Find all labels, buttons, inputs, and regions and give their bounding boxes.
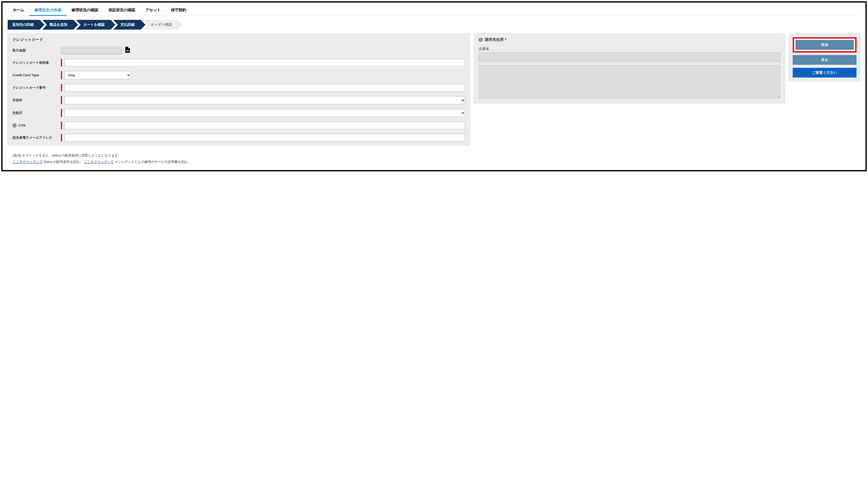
footer-link-service[interactable]: ここをクリックして xyxy=(84,160,114,164)
app-frame: ホーム 修理注文の作成 修理状況の確認 保証状況の確認 アセット 保守契約 返却… xyxy=(1,1,867,171)
label-email: 担当者電子メールアドレス xyxy=(12,136,61,140)
submit-button[interactable]: 送信 xyxy=(795,40,854,50)
tab-assets[interactable]: アセット xyxy=(140,5,166,16)
note-button[interactable]: ご留意ください xyxy=(793,68,857,78)
step-payment-details[interactable]: 支払詳細 xyxy=(113,20,141,30)
step-return-details[interactable]: 返却先の詳細 xyxy=(8,20,40,30)
select-exp-month[interactable] xyxy=(65,109,465,117)
step-add-product[interactable]: 製品を追加 xyxy=(42,20,74,30)
step-check-cart[interactable]: カートを確認 xyxy=(76,20,111,30)
footer-consent-text: [送信] をクリックすると、Zebra の販売条件に同意したことになります。 こ… xyxy=(8,152,860,165)
label-card-number: クレジットカード番号 xyxy=(12,86,61,90)
row-card-number: クレジットカード番号 xyxy=(12,84,465,92)
step-order-confirm: オーダー確認 xyxy=(143,20,178,30)
input-holder[interactable] xyxy=(65,59,465,67)
row-amount: 取引金額 xyxy=(12,47,465,54)
row-exp-month: 失効月 xyxy=(12,109,465,117)
select-exp-year[interactable] xyxy=(65,96,465,104)
tab-home[interactable]: ホーム xyxy=(8,5,29,16)
label-exp-year: 失効年 xyxy=(12,98,61,102)
footer-line2: ここをクリックして Zebra の販売条件を読む。 ここをクリックして インシデ… xyxy=(13,159,860,165)
cvn-text: CVN xyxy=(19,123,25,127)
info-icon[interactable]: i xyxy=(12,123,16,127)
main-content-row: クレジットカード 取引金額 クレジットカード保持者 Credit C xyxy=(8,33,860,145)
select-card-type[interactable]: Visa xyxy=(65,71,131,79)
document-icon[interactable] xyxy=(125,47,130,54)
submit-highlight: 送信 xyxy=(793,37,857,53)
tab-warranty-status[interactable]: 保証状況の確認 xyxy=(103,5,140,16)
billing-title-row: i 請求先住所 * xyxy=(479,37,780,42)
row-holder: クレジットカード保持者 xyxy=(12,59,465,67)
input-company xyxy=(479,53,780,62)
footer-text-2b: インシデントごとの修理のサービス説明書を読む。 xyxy=(114,160,191,164)
footer-text-2a: Zebra の販売条件を読む。 xyxy=(43,160,84,164)
textarea-billing-address xyxy=(479,65,780,99)
nav-tabs: ホーム 修理注文の作成 修理状況の確認 保証状況の確認 アセット 保守契約 xyxy=(8,5,860,16)
actions-panel: 送信 戻る ご留意ください xyxy=(789,33,860,81)
credit-card-panel: クレジットカード 取引金額 クレジットカード保持者 Credit C xyxy=(8,33,470,145)
required-bar xyxy=(61,59,62,67)
row-cvn: i CVN xyxy=(12,122,465,129)
tab-contracts[interactable]: 保守契約 xyxy=(166,5,191,16)
label-company: 企業名 xyxy=(479,47,780,51)
progress-steps: 返却先の詳細 製品を追加 カートを確認 支払詳細 オーダー確認 xyxy=(8,20,860,30)
required-bar xyxy=(61,96,62,104)
info-icon[interactable]: i xyxy=(479,38,483,42)
billing-address-panel: i 請求先住所 * 企業名 xyxy=(474,33,785,103)
required-bar xyxy=(61,109,62,117)
row-email: 担当者電子メールアドレス xyxy=(12,134,465,141)
required-star: * xyxy=(505,37,507,42)
footer-link-terms[interactable]: ここをクリックして xyxy=(13,160,43,164)
label-amount: 取引金額 xyxy=(12,48,61,53)
row-exp-year: 失効年 xyxy=(12,96,465,104)
footer-line1: [送信] をクリックすると、Zebra の販売条件に同意したことになります。 xyxy=(13,152,860,159)
label-holder: クレジットカード保持者 xyxy=(12,61,61,65)
input-email[interactable] xyxy=(65,134,465,141)
row-card-type: Credit Card Type Visa xyxy=(12,71,465,79)
tab-create-repair[interactable]: 修理注文の作成 xyxy=(29,5,66,16)
label-exp-month: 失効月 xyxy=(12,111,61,115)
input-cvn[interactable] xyxy=(65,122,465,129)
svg-rect-0 xyxy=(126,50,129,51)
required-bar xyxy=(61,84,62,92)
label-cvn: i CVN xyxy=(12,123,61,128)
required-bar xyxy=(61,122,62,129)
required-bar xyxy=(61,134,62,141)
input-card-number[interactable] xyxy=(65,84,465,92)
input-amount xyxy=(61,47,122,54)
label-card-type: Credit Card Type xyxy=(12,73,61,78)
billing-title: 請求先住所 xyxy=(485,37,504,42)
svg-rect-1 xyxy=(126,51,129,52)
back-button[interactable]: 戻る xyxy=(793,55,857,65)
tab-repair-status[interactable]: 修理状況の確認 xyxy=(66,5,103,16)
required-bar xyxy=(61,71,62,79)
credit-card-title: クレジットカード xyxy=(12,37,465,42)
